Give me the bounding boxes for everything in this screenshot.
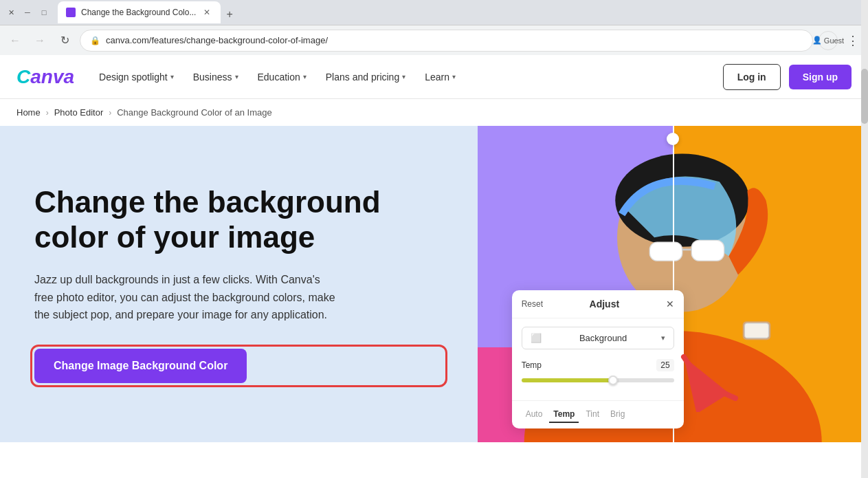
tab-title: Change the Background Colo...	[81, 8, 196, 17]
adjust-panel-header: Reset Adjust ✕	[512, 290, 684, 318]
canva-logo[interactable]: Canva	[16, 66, 74, 88]
back-button[interactable]: ←	[5, 31, 25, 50]
adjust-reset-button[interactable]: Reset	[522, 299, 543, 309]
window-minimize-button[interactable]: ─	[22, 7, 33, 18]
tab-bar: Change the Background Colo... ✕ +	[52, 1, 244, 23]
breadcrumb: Home › Photo Editor › Change Background …	[0, 99, 868, 126]
forward-button[interactable]: →	[30, 31, 49, 50]
nav-plans-pricing-chevron: ▾	[402, 73, 405, 80]
adjust-dropdown[interactable]: ⬜ Background ▾	[522, 327, 674, 349]
breadcrumb-home[interactable]: Home	[16, 107, 41, 118]
site-wrapper: Canva Design spotlight ▾ Business ▾ Educ…	[0, 55, 868, 442]
adjust-slider-label: Temp	[522, 360, 542, 370]
svg-rect-3	[649, 242, 682, 261]
active-tab[interactable]: Change the Background Colo... ✕	[58, 1, 221, 23]
address-bar-lock-icon: 🔒	[90, 36, 100, 45]
nav-links: Design spotlight ▾ Business ▾ Education …	[91, 66, 723, 88]
adjust-tab-tint[interactable]: Tint	[581, 406, 603, 423]
svg-rect-7	[744, 323, 768, 338]
svg-rect-4	[691, 240, 724, 261]
image-divider-handle[interactable]	[667, 133, 679, 145]
site-nav: Canva Design spotlight ▾ Business ▾ Educ…	[0, 55, 868, 99]
refresh-button[interactable]: ↻	[55, 31, 74, 50]
adjust-tab-auto[interactable]: Auto	[522, 406, 547, 423]
hero-image-area: Reset Adjust ✕ ⬜ Background ▾ Temp 25	[478, 126, 868, 442]
nav-education[interactable]: Education ▾	[249, 66, 315, 88]
scrollbar-thumb[interactable]	[861, 69, 868, 124]
more-options-button[interactable]: ⋮	[843, 31, 863, 50]
adjust-panel: Reset Adjust ✕ ⬜ Background ▾ Temp 25	[512, 290, 684, 428]
new-tab-button[interactable]: +	[221, 6, 238, 23]
window-close-button[interactable]: ✕	[5, 7, 16, 18]
tab-favicon	[66, 8, 76, 17]
browser-titlebar: ✕ ─ □ Change the Background Colo... ✕ +	[0, 0, 868, 25]
adjust-dropdown-chevron: ▾	[661, 334, 665, 343]
hero-description: Jazz up dull backgrounds in just a few c…	[34, 271, 337, 324]
nav-education-chevron: ▾	[303, 73, 307, 80]
nav-learn-chevron: ▾	[452, 73, 456, 80]
nav-education-label: Education	[258, 72, 300, 83]
address-bar[interactable]: 🔒 canva.com/features/change-background-c…	[80, 30, 813, 52]
nav-actions: Log in Sign up	[723, 64, 852, 90]
window-maximize-button[interactable]: □	[38, 7, 49, 18]
hero-title: Change the background color of your imag…	[34, 185, 443, 254]
nav-learn-label: Learn	[425, 72, 449, 83]
nav-business-label: Business	[193, 72, 232, 83]
adjust-slider-value: 25	[656, 359, 674, 371]
hero-content: Change the background color of your imag…	[0, 126, 478, 442]
login-button[interactable]: Log in	[723, 64, 781, 90]
adjust-tab-brig[interactable]: Brig	[606, 406, 629, 423]
adjust-panel-body: ⬜ Background ▾ Temp 25	[512, 318, 684, 400]
nav-plans-pricing-label: Plans and pricing	[326, 72, 399, 83]
arrow-svg	[674, 343, 756, 412]
window-controls: ✕ ─ □	[5, 7, 49, 18]
nav-design-spotlight-label: Design spotlight	[99, 72, 168, 83]
red-arrow	[674, 343, 756, 415]
adjust-slider-row: Temp 25	[522, 359, 674, 371]
nav-design-spotlight-chevron: ▾	[170, 73, 174, 80]
adjust-dropdown-icon: ⬜	[531, 333, 542, 343]
signup-button[interactable]: Sign up	[789, 65, 852, 89]
breadcrumb-separator-1: ›	[46, 108, 49, 118]
hero-cta-button[interactable]: Change Image Background Color	[34, 349, 247, 383]
adjust-slider-track[interactable]	[522, 378, 674, 382]
adjust-tabs: Auto Temp Tint Brig	[512, 400, 684, 428]
breadcrumb-current: Change Background Color of an Image	[117, 107, 271, 118]
tab-close-button[interactable]: ✕	[201, 7, 212, 18]
adjust-tab-temp[interactable]: Temp	[549, 406, 579, 423]
hero-section: Change the background color of your imag…	[0, 126, 868, 442]
address-text: canva.com/features/change-background-col…	[106, 35, 803, 45]
scrollbar[interactable]	[861, 0, 868, 478]
breadcrumb-parent[interactable]: Photo Editor	[54, 107, 104, 118]
adjust-slider-thumb[interactable]	[608, 376, 618, 385]
profile-label: Guest	[824, 36, 844, 45]
profile-icon: 👤	[812, 36, 822, 45]
browser-toolbar: ← → ↻ 🔒 canva.com/features/change-backgr…	[0, 25, 868, 55]
browser-chrome: ✕ ─ □ Change the Background Colo... ✕ + …	[0, 0, 868, 55]
nav-business[interactable]: Business ▾	[185, 66, 247, 88]
adjust-close-button[interactable]: ✕	[666, 298, 674, 309]
nav-design-spotlight[interactable]: Design spotlight ▾	[91, 66, 182, 88]
nav-plans-pricing[interactable]: Plans and pricing ▾	[318, 66, 414, 88]
profile-button[interactable]: 👤 Guest	[819, 31, 838, 50]
adjust-panel-title: Adjust	[590, 298, 620, 309]
nav-business-chevron: ▾	[235, 73, 238, 80]
hero-cta-wrapper: Change Image Background Color	[34, 349, 443, 383]
nav-learn[interactable]: Learn ▾	[416, 66, 464, 88]
breadcrumb-separator-2: ›	[109, 108, 111, 118]
adjust-dropdown-label: Background	[579, 333, 627, 343]
